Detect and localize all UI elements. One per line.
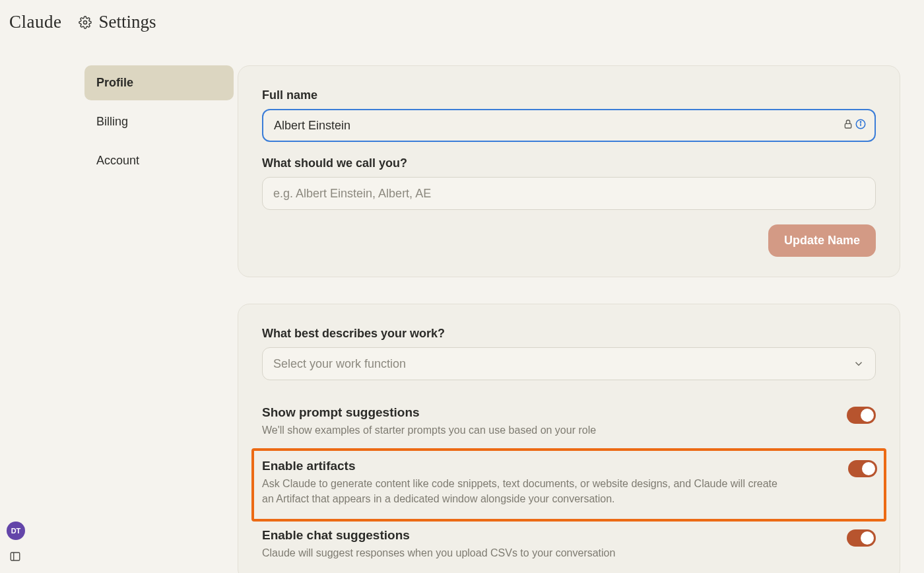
work-function-placeholder: Select your work function <box>273 357 406 371</box>
profile-card: Full name What should we call you? Updat… <box>238 65 900 277</box>
sidebar-toggle-icon[interactable] <box>9 551 21 562</box>
page-title-wrap: Settings <box>79 12 156 32</box>
nickname-input[interactable] <box>262 177 876 210</box>
sidebar-item-billing[interactable]: Billing <box>84 104 234 139</box>
toggle-enable-artifacts[interactable] <box>848 460 877 477</box>
avatar[interactable]: DT <box>7 522 25 540</box>
sidebar-item-profile[interactable]: Profile <box>84 65 234 100</box>
field-icons <box>843 118 867 130</box>
lock-icon <box>843 119 853 129</box>
setting-desc: Ask Claude to generate content like code… <box>262 476 790 506</box>
nickname-label: What should we call you? <box>262 156 876 170</box>
toggle-chat-suggestions[interactable] <box>847 529 876 547</box>
info-icon <box>855 118 867 130</box>
toggle-prompt-suggestions[interactable] <box>847 407 876 424</box>
setting-title: Enable chat suggestions <box>262 528 615 543</box>
svg-point-4 <box>860 121 861 122</box>
update-name-button[interactable]: Update Name <box>768 224 876 257</box>
svg-point-0 <box>84 20 87 24</box>
setting-enable-artifacts: Enable artifacts Ask Claude to generate … <box>251 448 886 521</box>
work-function-select[interactable]: Select your work function <box>262 347 876 380</box>
settings-sidebar: Profile Billing Account <box>0 65 238 182</box>
brand-logo[interactable]: Claude <box>9 12 61 32</box>
setting-desc: We'll show examples of starter prompts y… <box>262 422 596 438</box>
setting-title: Enable artifacts <box>262 459 790 473</box>
page-title: Settings <box>98 12 156 32</box>
full-name-label: Full name <box>262 88 876 102</box>
setting-chat-suggestions: Enable chat suggestions Claude will sugg… <box>262 522 876 571</box>
app-header: Claude Settings <box>0 0 924 39</box>
setting-desc: Claude will suggest responses when you u… <box>262 545 615 560</box>
full-name-input[interactable] <box>262 109 876 142</box>
gear-icon <box>79 16 92 29</box>
full-name-input-wrap <box>262 109 876 156</box>
work-label: What best describes your work? <box>262 327 876 341</box>
svg-rect-5 <box>11 553 20 560</box>
main-content: Full name What should we call you? Updat… <box>238 65 924 573</box>
setting-title: Show prompt suggestions <box>262 405 596 420</box>
svg-rect-1 <box>845 123 851 128</box>
sidebar-item-account[interactable]: Account <box>84 143 234 178</box>
work-card: What best describes your work? Select yo… <box>238 304 900 573</box>
setting-prompt-suggestions: Show prompt suggestions We'll show examp… <box>262 399 876 448</box>
chevron-down-icon <box>853 358 865 370</box>
update-name-row: Update Name <box>262 224 876 257</box>
